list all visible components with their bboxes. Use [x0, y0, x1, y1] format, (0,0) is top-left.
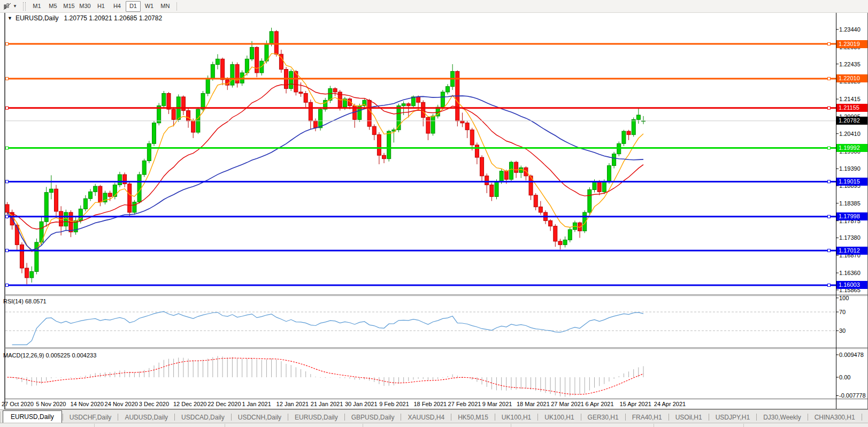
macd-axis-tick: 0.00 — [839, 374, 867, 381]
price-axis-tick: 1.20410 — [839, 130, 867, 138]
hline-price-label: 1.23019 — [836, 40, 867, 48]
price-axis-tick: 1.16360 — [839, 269, 867, 277]
chart-cursor-icon — [3, 3, 12, 10]
tab-separator — [401, 414, 401, 421]
chart-tab-FRA40H1[interactable]: FRA40,H1 — [626, 412, 668, 423]
timeframe-button-M1[interactable]: M1 — [29, 1, 44, 12]
rsi-axis-tick: 70 — [839, 309, 867, 316]
tab-separator — [174, 414, 175, 421]
timeframe-button-M15[interactable]: M15 — [62, 1, 76, 12]
chart-tab-EURUSDDaily[interactable]: EURUSD,Daily — [3, 410, 62, 423]
time-axis-label: 6 Apr 2021 — [585, 401, 613, 407]
time-axis-label: 18 Mar 2021 — [517, 401, 550, 407]
chart-tab-USDJPYH1[interactable]: USDJPY,H1 — [710, 412, 756, 423]
time-axis-label: 9 Mar 2021 — [482, 401, 512, 407]
tab-separator — [288, 414, 288, 421]
timeframe-button-D1[interactable]: D1 — [126, 1, 141, 12]
tab-separator — [231, 414, 232, 421]
toolbar-grip — [23, 2, 26, 11]
time-axis-label: 24 Nov 2020 — [105, 401, 138, 407]
rsi-axis-tick: 30 — [839, 327, 867, 334]
tab-separator — [118, 414, 118, 421]
chart-tab-GBPUSDDaily[interactable]: GBPUSD,Daily — [345, 412, 401, 423]
time-axis-label: 21 Jan 2021 — [311, 401, 343, 407]
tab-separator — [669, 414, 669, 421]
time-axis-label: 1 Jan 2021 — [242, 401, 271, 407]
chart-tab-USOilH1[interactable]: USOil,H1 — [670, 412, 708, 423]
hline-price-label: 1.16003 — [836, 281, 867, 289]
time-axis-label: 27 Oct 2020 — [2, 401, 34, 407]
tab-separator — [537, 414, 538, 421]
time-axis-label: 27 Mar 2021 — [551, 401, 584, 407]
status-bar — [0, 423, 868, 427]
macd-pane-label: MACD(12,26,9) 0.005225 0.004233 — [3, 352, 96, 359]
chart-ohlc-values: 1.20775 1.20921 1.20685 1.20782 — [64, 14, 163, 22]
collapse-chart-icon[interactable]: ▼ — [7, 16, 12, 21]
chart-tab-USDCNHDaily[interactable]: USDCNH,Daily — [232, 412, 287, 423]
timeframe-button-M30[interactable]: M30 — [78, 1, 93, 12]
chart-tab-EURUSDDaily[interactable]: EURUSD,Daily — [289, 412, 344, 423]
toolbar-separator — [176, 2, 177, 11]
macd-axis-tick: -0.007778 — [839, 392, 867, 399]
dropdown-caret-icon: ▼ — [13, 4, 17, 9]
tab-separator — [709, 414, 709, 421]
chart-tab-GER30H1[interactable]: GER30,H1 — [582, 412, 625, 423]
chart-tab-USDCADDaily[interactable]: USDCAD,Daily — [175, 412, 231, 423]
chart-tab-HK50M15[interactable]: HK50,M15 — [452, 412, 494, 423]
hline-price-label: 1.17012 — [836, 247, 867, 255]
hline-price-label: 1.19992 — [836, 144, 867, 152]
timeframe-button-H1[interactable]: H1 — [94, 1, 109, 12]
hline-price-label: 1.21155 — [836, 104, 867, 112]
chart-tab-AUDUSDDaily[interactable]: AUDUSD,Daily — [119, 412, 174, 423]
price-axis-tick: 1.18385 — [839, 200, 867, 207]
time-axis-label: 24 Apr 2021 — [654, 401, 686, 407]
hline-price-label: 1.17998 — [836, 212, 867, 220]
rsi-pane-label: RSI(14) 68.0571 — [3, 298, 47, 304]
price-axis-tick: 1.23440 — [839, 26, 867, 33]
hline-price-label: 1.22010 — [836, 74, 867, 82]
tab-separator — [63, 414, 63, 421]
time-axis-label: 22 Dec 2020 — [208, 401, 241, 407]
chart-tab-UK100H1[interactable]: UK100,H1 — [539, 412, 580, 423]
time-axis-label: 12 Jan 2021 — [276, 401, 309, 407]
chart-tab-UK100H1[interactable]: UK100,H1 — [496, 412, 537, 423]
price-axis-tick: 1.21415 — [839, 95, 867, 103]
rsi-axis-tick: 100 — [839, 295, 867, 302]
hline-price-label: 1.19015 — [836, 178, 867, 186]
time-axis-label: 5 Nov 2020 — [36, 401, 66, 407]
time-axis-label: 3 Dec 2020 — [139, 401, 169, 407]
time-axis-label: 18 Feb 2021 — [413, 401, 447, 407]
chart-tab-XAUUSDH4[interactable]: XAUUSD,H4 — [402, 412, 450, 423]
tab-separator — [495, 414, 495, 421]
time-axis-label: 27 Feb 2021 — [448, 401, 481, 407]
macd-axis-tick: 0.009478 — [839, 352, 867, 359]
tab-separator — [581, 414, 581, 421]
price-axis-tick: 1.17380 — [839, 234, 867, 241]
chart-tab-USDCHFDaily[interactable]: USDCHF,Daily — [64, 412, 118, 423]
chart-cursor-tool-button[interactable]: ▼ — [2, 1, 19, 11]
time-axis-label: 30 Jan 2021 — [345, 401, 378, 407]
chart-title: ▼ EURUSD,Daily 1.20775 1.20921 1.20685 1… — [7, 14, 162, 22]
time-axis-label: 12 Dec 2020 — [173, 401, 206, 407]
time-axis-label: 9 Feb 2021 — [379, 401, 409, 407]
tab-separator — [451, 414, 451, 421]
chart-tab-CHINA300H1[interactable]: CHINA300,H1 — [809, 412, 861, 423]
price-axis-tick: 1.19390 — [839, 165, 867, 172]
chart-symbol-label: EURUSD,Daily — [16, 14, 59, 22]
tab-separator — [625, 414, 626, 421]
tab-separator — [756, 414, 757, 421]
chart-tab-DJ30Weekly[interactable]: DJ30,Weekly — [757, 412, 806, 423]
chart-canvas[interactable] — [0, 0, 868, 427]
time-axis-label: 14 Nov 2020 — [70, 401, 103, 407]
timeframe-button-MN[interactable]: MN — [158, 1, 173, 12]
tab-separator — [862, 414, 862, 421]
timeframe-button-W1[interactable]: W1 — [142, 1, 157, 12]
chart-tab-bar: EURUSD,DailyUSDCHF,DailyAUDUSD,DailyUSDC… — [0, 409, 868, 423]
toolbar: ▼ M1M5M15M30H1H4D1W1MN — [0, 0, 868, 13]
timeframe-button-M5[interactable]: M5 — [45, 1, 60, 12]
tab-separator — [344, 414, 345, 421]
tab-separator — [808, 414, 808, 421]
timeframe-button-H4[interactable]: H4 — [110, 1, 125, 12]
time-axis-label: 15 Apr 2021 — [620, 401, 651, 407]
chart-tab-U[interactable]: U — [863, 412, 868, 423]
